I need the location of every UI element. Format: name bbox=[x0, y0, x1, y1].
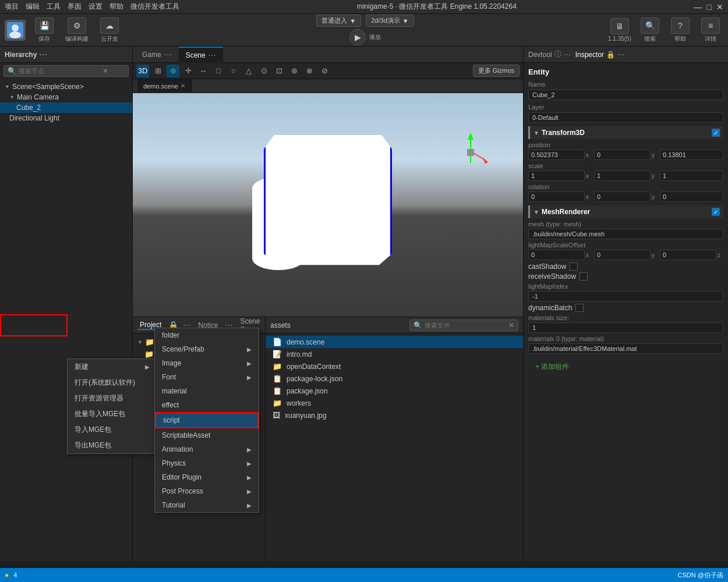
mode-dropdown[interactable]: 普通进入 ▼ bbox=[316, 15, 361, 27]
scale-z-value[interactable]: 1 bbox=[660, 171, 723, 181]
submenu-scriptable[interactable]: ScriptableAsset bbox=[155, 428, 259, 442]
ctx-打开资源[interactable]: 打开资源管理器 bbox=[68, 391, 157, 406]
submenu-animation[interactable]: Animation ▶ bbox=[155, 442, 259, 456]
tab-game[interactable]: Game ⋯ bbox=[135, 47, 179, 63]
scene-circle-btn[interactable]: ○ bbox=[227, 65, 240, 77]
hierarchy-search-input[interactable] bbox=[19, 68, 100, 74]
minimize-button[interactable]: — bbox=[694, 2, 702, 12]
lm-z-value[interactable]: 0 bbox=[660, 250, 716, 260]
submenu-script[interactable]: script bbox=[155, 412, 259, 428]
submenu-physics[interactable]: Physics ▶ bbox=[155, 456, 259, 470]
ctx-批量导入[interactable]: 批量导入MGE包 bbox=[68, 406, 157, 422]
scene-btn9[interactable]: ⊙ bbox=[257, 65, 270, 77]
menu-项目[interactable]: 项目 bbox=[5, 2, 19, 12]
scene-viewport[interactable] bbox=[133, 93, 523, 317]
search-button[interactable]: 🔍 搜索 bbox=[637, 17, 663, 43]
pos-z-value[interactable]: 0.13801 bbox=[660, 150, 723, 160]
menu-工具[interactable]: 工具 bbox=[47, 2, 61, 12]
scene-scale-btn[interactable]: ↔ bbox=[197, 65, 210, 77]
tab-scene[interactable]: Scene ⋯ bbox=[179, 47, 223, 63]
inspector-dots[interactable]: ⋯ bbox=[617, 51, 624, 59]
cloud-button[interactable]: ☁ 云开发 bbox=[96, 17, 123, 43]
file-item-openDataContext[interactable]: 📁 openDataContext bbox=[266, 360, 523, 372]
devtool-dots[interactable]: ⋯ bbox=[564, 51, 571, 59]
lm-y-value[interactable]: 0 bbox=[594, 250, 651, 260]
meshrenderer-checkbox[interactable]: ✓ bbox=[712, 208, 720, 216]
submenu-post-process[interactable]: Post Process ▶ bbox=[155, 484, 259, 498]
scene-rect-btn[interactable]: □ bbox=[212, 65, 225, 77]
scene-btn11[interactable]: ⊛ bbox=[288, 65, 301, 77]
ctx-导入mge[interactable]: 导入MGE包 bbox=[68, 422, 157, 438]
scene-grid-btn[interactable]: ⊞ bbox=[151, 65, 164, 77]
rot-z-value[interactable]: 0 bbox=[660, 191, 723, 202]
submenu-scene-prefab[interactable]: Scene/Prefab ▶ bbox=[155, 342, 259, 356]
lm-x-value[interactable]: 0 bbox=[528, 250, 585, 260]
submenu-image[interactable]: Image ▶ bbox=[155, 356, 259, 370]
scene-move-btn[interactable]: ✛ bbox=[182, 65, 195, 77]
mesh-value[interactable]: .buildin/mesh/Cube.mesh bbox=[528, 229, 723, 239]
pos-y-value[interactable]: 0 bbox=[594, 150, 651, 160]
ctx-打开系统[interactable]: 打开(系统默认软件) bbox=[68, 375, 157, 391]
rot-y-value[interactable]: 0 bbox=[594, 191, 651, 202]
file-item-workers[interactable]: 📁 workers bbox=[266, 397, 523, 409]
scale-x-value[interactable]: 1 bbox=[528, 171, 585, 181]
scale-y-value[interactable]: 1 bbox=[594, 171, 651, 181]
tab-game-dots[interactable]: ⋯ bbox=[164, 50, 172, 59]
scene-btn13[interactable]: ⊘ bbox=[318, 65, 331, 77]
menu-帮助[interactable]: 帮助 bbox=[109, 2, 123, 12]
save-button[interactable]: 💾 保存 bbox=[30, 17, 58, 43]
scene-rotate-btn[interactable]: ⊕ bbox=[167, 65, 179, 77]
tree-item-main-camera[interactable]: ▼ Main Camera bbox=[0, 92, 132, 102]
layer-value[interactable]: 0-Default bbox=[528, 112, 723, 123]
tree-item-directional-light[interactable]: Directional Light bbox=[0, 113, 132, 123]
gizmos-button[interactable]: 更多 Gizmos bbox=[473, 65, 520, 77]
file-search-input[interactable] bbox=[425, 322, 506, 329]
scene-btn12[interactable]: ⊗ bbox=[303, 65, 316, 77]
file-item-package[interactable]: 📋 package.json bbox=[266, 385, 523, 397]
materials0-value[interactable]: .buildin/material/Effec3DMaterial.mat bbox=[528, 343, 723, 354]
scene-file-tab-item[interactable]: demo.scene ✕ bbox=[137, 79, 192, 93]
submenu-font[interactable]: Font ▶ bbox=[155, 370, 259, 384]
menu-编辑[interactable]: 编辑 bbox=[26, 2, 40, 12]
compile-button[interactable]: ⚙ 编译构建 bbox=[63, 17, 91, 43]
file-item-xuanyuan[interactable]: 🖼 xuanyuan.jpg bbox=[266, 409, 523, 421]
menu-设置[interactable]: 设置 bbox=[89, 2, 103, 12]
submenu-editor-plugin[interactable]: Editor Plugin ▶ bbox=[155, 470, 259, 484]
tree-item-cube2[interactable]: Cube_2 bbox=[0, 102, 132, 113]
dynamic-batch-checkbox[interactable] bbox=[575, 304, 584, 312]
submenu-folder[interactable]: folder bbox=[155, 328, 259, 342]
version-button[interactable]: 🖥 1.1.35(5) bbox=[607, 18, 632, 42]
cube-object[interactable] bbox=[264, 128, 392, 268]
lightmap-index-value[interactable]: -1 bbox=[528, 291, 723, 301]
add-component-button[interactable]: + 添加组件 bbox=[528, 359, 723, 375]
hierarchy-menu-button[interactable]: ⋯ bbox=[39, 50, 47, 59]
scene-tri-btn[interactable]: △ bbox=[242, 65, 255, 77]
display-dropdown[interactable]: 2d/3d演示 ▼ bbox=[366, 15, 414, 27]
submenu-material[interactable]: material bbox=[155, 384, 259, 398]
cast-shadow-checkbox[interactable] bbox=[570, 262, 578, 271]
search-clear-button[interactable]: ✕ bbox=[103, 67, 108, 75]
play-button[interactable]: ▶ bbox=[349, 29, 366, 45]
help-button[interactable]: ? 帮助 bbox=[667, 17, 693, 43]
submenu-effect[interactable]: effect bbox=[155, 398, 259, 412]
file-search-clear[interactable]: ✕ bbox=[508, 321, 514, 329]
ctx-导出mge[interactable]: 导出MGE包 bbox=[68, 438, 157, 453]
transform3d-checkbox[interactable]: ✓ bbox=[712, 129, 720, 137]
pos-x-value[interactable]: 0.502373 bbox=[528, 150, 585, 160]
detail-button[interactable]: ≡ 详情 bbox=[698, 17, 723, 43]
receive-shadow-checkbox[interactable] bbox=[579, 272, 588, 281]
close-scene-tab[interactable]: ✕ bbox=[181, 83, 185, 89]
materials-size-value[interactable]: 1 bbox=[528, 322, 723, 333]
scene-3d-btn[interactable]: 3D bbox=[136, 65, 149, 77]
entity-name-value[interactable]: Cube_2 bbox=[528, 90, 723, 100]
tab-inspector[interactable]: Inspector 🔒 ⋯ bbox=[575, 51, 624, 59]
menu-界面[interactable]: 界面 bbox=[68, 2, 82, 12]
maximize-button[interactable]: □ bbox=[707, 2, 712, 12]
tree-item-scene[interactable]: ▼ Scene<SampleScene> bbox=[0, 81, 132, 92]
rot-x-value[interactable]: 0 bbox=[528, 191, 585, 202]
ctx-新建[interactable]: 新建 ▶ bbox=[68, 359, 157, 375]
tab-devtool[interactable]: Devtool ⓘ ⋯ bbox=[528, 49, 571, 59]
menu-微信[interactable]: 微信开发者工具 bbox=[130, 2, 179, 12]
scene-btn10[interactable]: ⊡ bbox=[273, 65, 285, 77]
close-button[interactable]: ✕ bbox=[716, 2, 723, 12]
